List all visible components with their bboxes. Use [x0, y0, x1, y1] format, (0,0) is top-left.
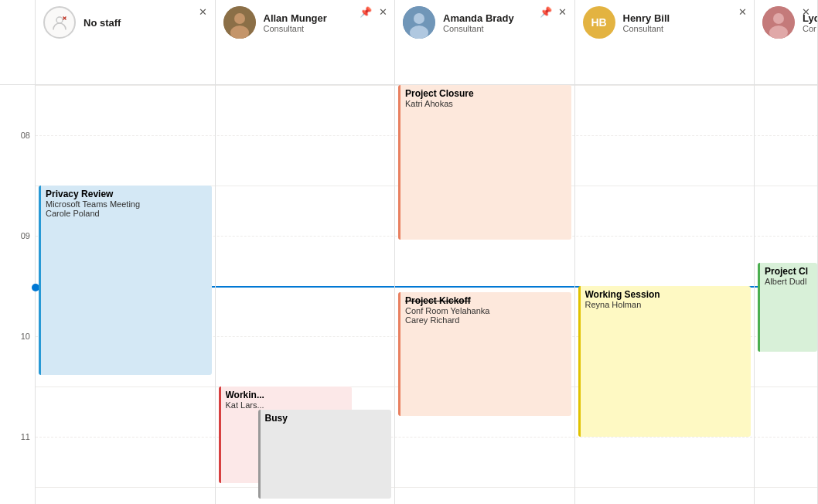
staff-info-allan: Allan Munger Consultant — [264, 12, 327, 33]
svg-point-10 — [773, 13, 784, 24]
event-title-privacy: Privacy Review — [46, 189, 207, 199]
staff-header-amanda: 📌 ✕ Amanda Brady Consultant — [395, 0, 574, 45]
close-icon-henry[interactable]: ✕ — [735, 5, 749, 19]
no-staff-icon — [43, 6, 76, 39]
staff-name-amanda: Amanda Brady — [443, 12, 514, 24]
time-label-08: 08 — [21, 131, 30, 140]
event-working-session[interactable]: Working Session Reyna Holman — [578, 286, 752, 437]
staff-header-top-henry: HB Henry Bill Consultant — [583, 6, 747, 39]
day-column-0: Privacy Review Microsoft Teams Meeting C… — [36, 85, 216, 504]
staff-role-allan: Consultant — [264, 24, 327, 33]
event-title-project-cl: Project Cl — [765, 266, 813, 277]
event-sub1-working-session: Reyna Holman — [585, 300, 747, 309]
close-icon-lyd[interactable]: ✕ — [799, 5, 813, 19]
event-project-cl[interactable]: Project Cl Albert Dudl — [758, 263, 817, 352]
day-column-4: Project Cl Albert Dudl — [755, 85, 818, 504]
close-icon-amanda[interactable]: ✕ — [556, 5, 570, 19]
staff-column-henry: ✕ HB Henry Bill Consultant — [575, 0, 755, 84]
time-label-11: 11 — [21, 432, 30, 441]
svg-point-7 — [414, 13, 424, 24]
staff-info-amanda: Amanda Brady Consultant — [443, 12, 514, 33]
time-gutter-header — [0, 0, 36, 84]
staff-header-no-staff: ✕ No staff — [36, 0, 215, 45]
event-title-busy: Busy — [265, 413, 387, 424]
pin-close-allan: 📌 ✕ — [359, 5, 390, 19]
avatar-henry: HB — [583, 6, 615, 39]
event-sub1-workin: Kat Lars... — [226, 400, 348, 410]
pin-close-henry: ✕ — [735, 5, 749, 19]
time-label-09: 09 — [21, 231, 30, 240]
pin-close-lyd: ✕ — [799, 5, 813, 19]
staff-name-no-staff: No staff — [84, 17, 121, 29]
columns-area: Privacy Review Microsoft Teams Meeting C… — [36, 85, 818, 504]
pin-close-no-staff: ✕ — [196, 5, 210, 19]
time-label-10: 10 — [21, 332, 30, 341]
svg-point-4 — [234, 13, 245, 24]
calendar-container: ✕ No staff — [0, 0, 818, 504]
svg-point-0 — [56, 17, 63, 23]
event-sub1-kickoff: Conf Room Yelahanka — [405, 306, 567, 315]
header-row: ✕ No staff — [0, 0, 818, 85]
event-sub1-privacy: Microsoft Teams Meeting — [46, 199, 207, 209]
event-sub1-project-cl: Albert Dudl — [765, 277, 813, 286]
staff-header-top-no-staff: No staff — [43, 6, 207, 39]
staff-header-lyd: ✕ Lyd Cor — [755, 0, 817, 45]
close-icon-no-staff[interactable]: ✕ — [196, 5, 210, 19]
pin-icon-amanda[interactable]: 📌 — [539, 5, 553, 19]
staff-header-allan: 📌 ✕ Allan Munger Consultant — [216, 0, 395, 45]
staff-column-lyd: ✕ Lyd Cor — [755, 0, 818, 84]
event-title-workin: Workin... — [226, 390, 348, 400]
event-sub2-privacy: Carole Poland — [46, 209, 207, 218]
staff-role-amanda: Consultant — [443, 24, 514, 33]
event-project-closure[interactable]: Project Closure Katri Ahokas — [398, 85, 571, 240]
event-title-working-session: Working Session — [585, 289, 747, 300]
day-column-1: Workin... Kat Lars... Busy — [216, 85, 396, 504]
avatar-amanda — [403, 6, 435, 39]
pin-close-amanda: 📌 ✕ — [539, 5, 570, 19]
staff-column-allan: 📌 ✕ Allan Munger Consultant — [216, 0, 396, 84]
close-icon-allan[interactable]: ✕ — [376, 5, 390, 19]
staff-column-no-staff: ✕ No staff — [36, 0, 216, 84]
staff-column-amanda: 📌 ✕ Amanda Brady Consultant — [395, 0, 575, 84]
event-project-kickoff[interactable]: Project Kickoff Conf Room Yelahanka Care… — [398, 292, 571, 416]
day-column-3: Working Session Reyna Holman — [575, 85, 755, 504]
event-busy-allan[interactable]: Busy — [258, 410, 392, 499]
day-column-2: Project Closure Katri Ahokas Project Kic… — [395, 85, 575, 504]
staff-role-henry: Consultant — [623, 24, 670, 33]
avatar-allan — [223, 6, 256, 39]
staff-name-allan: Allan Munger — [264, 12, 327, 24]
time-column: 08 09 10 11 12 13 14 15 — [0, 85, 36, 504]
avatar-lyd — [762, 6, 795, 39]
staff-info-henry: Henry Bill Consultant — [623, 12, 670, 33]
event-sub2-kickoff: Carey Richard — [405, 315, 567, 325]
event-title-kickoff: Project Kickoff — [405, 295, 567, 306]
staff-header-henry: ✕ HB Henry Bill Consultant — [575, 0, 755, 45]
event-privacy-review[interactable]: Privacy Review Microsoft Teams Meeting C… — [39, 186, 212, 375]
body-area: 08 09 10 11 12 13 14 15 — [0, 85, 818, 504]
event-sub1-closure: Katri Ahokas — [405, 99, 567, 108]
staff-role-lyd: Cor — [803, 24, 818, 33]
staff-info-no-staff: No staff — [84, 17, 121, 29]
event-title-closure: Project Closure — [405, 88, 567, 99]
staff-name-henry: Henry Bill — [623, 12, 670, 24]
pin-icon-allan[interactable]: 📌 — [359, 5, 373, 19]
